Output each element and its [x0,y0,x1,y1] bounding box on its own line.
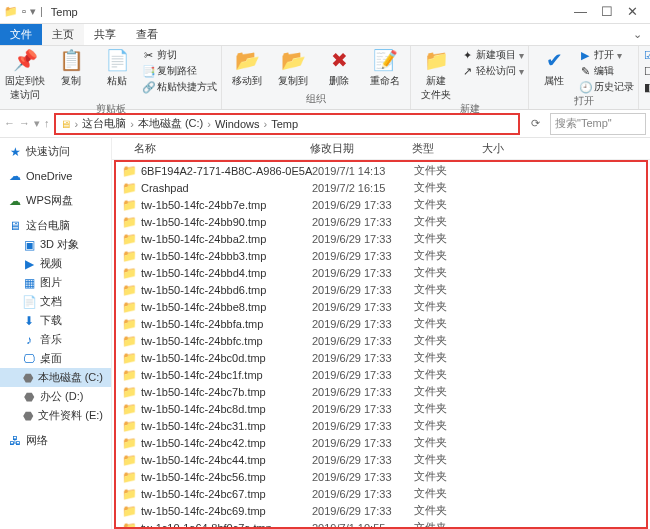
nav-c-drive[interactable]: ⬣本地磁盘 (C:) [0,368,111,387]
new-folder-button[interactable]: 📁新建 文件夹 [415,48,457,102]
col-name[interactable]: 名称 [112,141,310,156]
nav-3d-objects[interactable]: ▣3D 对象 [0,235,111,254]
back-button[interactable]: ← [4,117,15,130]
table-row[interactable]: 📁tw-1b50-14fc-24bc42.tmp2019/6/29 17:33文… [116,434,646,451]
nav-network[interactable]: 🖧网络 [0,431,111,450]
folder-icon: 📁 [122,181,137,195]
pin-quick-access-button[interactable]: 📌固定到快 速访问 [4,48,46,102]
table-row[interactable]: 📁tw-1b50-14fc-24bb90.tmp2019/6/29 17:33文… [116,213,646,230]
invert-selection-button[interactable]: ◧反向选择 [643,80,650,94]
new-item-button[interactable]: ✦新建项目▾ [461,48,524,62]
table-row[interactable]: 📁tw-1b50-14fc-24bbfc.tmp2019/6/29 17:33文… [116,332,646,349]
tab-file[interactable]: 文件 [0,24,42,45]
copy-to-button[interactable]: 📂复制到 [272,48,314,88]
close-button[interactable]: ✕ [627,4,638,19]
nav-e-drive[interactable]: ⬣文件资料 (E:) [0,406,111,425]
file-date: 2019/6/29 17:33 [312,250,414,262]
copy-button[interactable]: 📋复制 [50,48,92,88]
table-row[interactable]: 📁tw-1b50-14fc-24bc69.tmp2019/6/29 17:33文… [116,502,646,519]
table-row[interactable]: 📁tw-1b50-14fc-24bbd4.tmp2019/6/29 17:33文… [116,264,646,281]
table-row[interactable]: 📁tw-1b50-14fc-24bb7e.tmp2019/6/29 17:33文… [116,196,646,213]
table-row[interactable]: 📁tw-1b50-14fc-24bbd6.tmp2019/6/29 17:33文… [116,281,646,298]
table-row[interactable]: 📁Crashpad2019/7/2 16:15文件夹 [116,179,646,196]
paste-button[interactable]: 📄粘贴 [96,48,138,88]
breadcrumb[interactable]: 🖥 › 这台电脑› 本地磁盘 (C:)› Windows› Temp [54,113,521,135]
nav-pictures[interactable]: ▦图片 [0,273,111,292]
folder-icon: 📁 [122,368,137,382]
tab-view[interactable]: 查看 [126,24,168,45]
folder-icon: 📁 [122,266,137,280]
nav-music[interactable]: ♪音乐 [0,330,111,349]
file-date: 2019/6/29 17:33 [312,352,414,364]
nav-desktop[interactable]: 🖵桌面 [0,349,111,368]
table-row[interactable]: 📁tw-1c10-1a64-8bf0c7a.tmp2019/7/1 10:55文… [116,519,646,529]
maximize-button[interactable]: ☐ [601,4,613,19]
select-all-button[interactable]: ☑全部选择 [643,48,650,62]
table-row[interactable]: 📁tw-1b50-14fc-24bbb3.tmp2019/6/29 17:33文… [116,247,646,264]
file-name: tw-1b50-14fc-24bc1f.tmp [141,369,263,381]
nav-onedrive[interactable]: ☁OneDrive [0,167,111,185]
nav-this-pc[interactable]: 🖥这台电脑 [0,216,111,235]
cut-button[interactable]: ✂剪切 [142,48,217,62]
file-date: 2019/6/29 17:33 [312,454,414,466]
nav-downloads[interactable]: ⬇下载 [0,311,111,330]
folder-icon: 📁 [122,351,137,365]
folder-icon: 📁 [122,453,137,467]
history-button[interactable]: 🕘历史记录 [579,80,634,94]
crumb-1[interactable]: 本地磁盘 (C:) [138,116,203,131]
minimize-button[interactable]: — [574,4,587,19]
table-row[interactable]: 📁tw-1b50-14fc-24bbfa.tmp2019/6/29 17:33文… [116,315,646,332]
table-row[interactable]: 📁tw-1b50-14fc-24bc31.tmp2019/6/29 17:33文… [116,417,646,434]
file-name: tw-1b50-14fc-24bc0d.tmp [141,352,266,364]
rename-button[interactable]: 📝重命名 [364,48,406,88]
open-button[interactable]: ▶打开▾ [579,48,634,62]
file-name: tw-1b50-14fc-24bc8d.tmp [141,403,266,415]
nav-videos[interactable]: ▶视频 [0,254,111,273]
qat-icon[interactable]: ▫ [22,5,26,18]
col-date[interactable]: 修改日期 [310,141,412,156]
crumb-3[interactable]: Temp [271,118,298,130]
nav-d-drive[interactable]: ⬣办公 (D:) [0,387,111,406]
forward-button[interactable]: → [19,117,30,130]
nav-documents[interactable]: 📄文档 [0,292,111,311]
file-name: tw-1b50-14fc-24bbd6.tmp [141,284,266,296]
table-row[interactable]: 📁tw-1b50-14fc-24bc67.tmp2019/6/29 17:33文… [116,485,646,502]
table-row[interactable]: 📁6BF194A2-7171-4B8C-A986-0E5A5AE...2019/… [116,162,646,179]
tab-share[interactable]: 共享 [84,24,126,45]
table-row[interactable]: 📁tw-1b50-14fc-24bc56.tmp2019/6/29 17:33文… [116,468,646,485]
crumb-0[interactable]: 这台电脑 [82,116,126,131]
file-name: tw-1b50-14fc-24bc31.tmp [141,420,266,432]
nav-quick-access[interactable]: ★快速访问 [0,142,111,161]
properties-button[interactable]: ✔属性 [533,48,575,88]
ribbon-collapse-icon[interactable]: ⌄ [625,28,650,41]
file-type: 文件夹 [414,333,484,348]
file-rows: 📁6BF194A2-7171-4B8C-A986-0E5A5AE...2019/… [114,160,648,529]
file-date: 2019/6/29 17:33 [312,471,414,483]
crumb-2[interactable]: Windows [215,118,260,130]
select-none-button[interactable]: ☐全部取消 [643,64,650,78]
up-button[interactable]: ↑ [44,117,50,130]
col-type[interactable]: 类型 [412,141,482,156]
nav-wps[interactable]: ☁WPS网盘 [0,191,111,210]
easy-access-button[interactable]: ↗轻松访问▾ [461,64,524,78]
search-input[interactable]: 搜索"Temp" [550,113,646,135]
table-row[interactable]: 📁tw-1b50-14fc-24bc0d.tmp2019/6/29 17:33文… [116,349,646,366]
table-row[interactable]: 📁tw-1b50-14fc-24bc8d.tmp2019/6/29 17:33文… [116,400,646,417]
table-row[interactable]: 📁tw-1b50-14fc-24bbe8.tmp2019/6/29 17:33文… [116,298,646,315]
delete-button[interactable]: ✖删除 [318,48,360,88]
col-size[interactable]: 大小 [482,141,532,156]
paste-shortcut-button[interactable]: 🔗粘贴快捷方式 [142,80,217,94]
table-row[interactable]: 📁tw-1b50-14fc-24bc44.tmp2019/6/29 17:33文… [116,451,646,468]
refresh-button[interactable]: ⟳ [524,117,546,130]
folder-icon: 📁 [122,198,137,212]
table-row[interactable]: 📁tw-1b50-14fc-24bc1f.tmp2019/6/29 17:33文… [116,366,646,383]
file-type: 文件夹 [414,435,484,450]
copy-path-button[interactable]: 📑复制路径 [142,64,217,78]
recent-button[interactable]: ▾ [34,117,40,130]
tab-home[interactable]: 主页 [42,24,84,45]
qat-dropdown-icon[interactable]: ▾ [30,5,36,18]
edit-button[interactable]: ✎编辑 [579,64,634,78]
table-row[interactable]: 📁tw-1b50-14fc-24bba2.tmp2019/6/29 17:33文… [116,230,646,247]
table-row[interactable]: 📁tw-1b50-14fc-24bc7b.tmp2019/6/29 17:33文… [116,383,646,400]
move-to-button[interactable]: 📂移动到 [226,48,268,88]
